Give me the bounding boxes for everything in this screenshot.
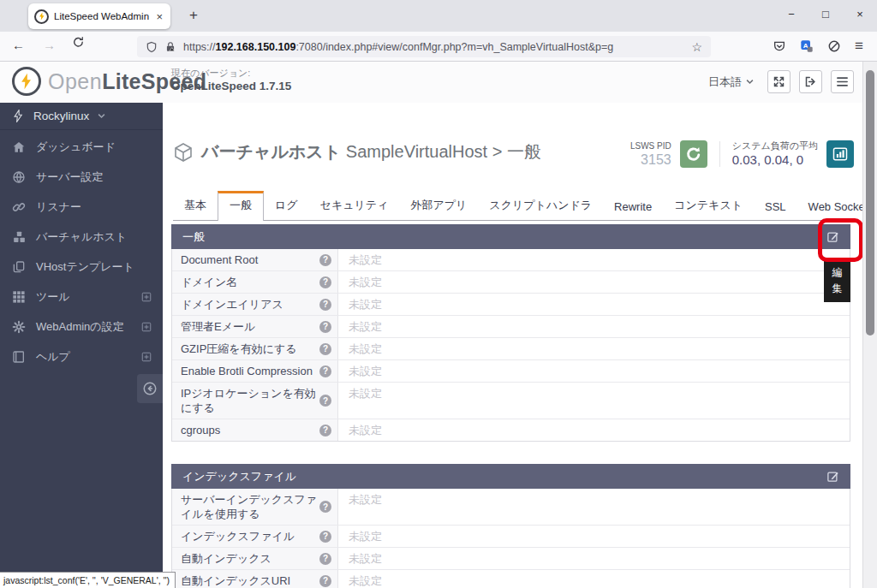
sidebar-host-dropdown[interactable]: Rockylinux [0,103,163,130]
maximize-button[interactable]: □ [808,0,843,28]
url-text[interactable]: https://192.168.150.109:7080/index.php#v… [183,41,684,53]
setting-value: 未設定 [337,271,850,293]
tab-一般[interactable]: 一般 [218,191,264,221]
sidebar-item[interactable]: VHostテンプレート [0,252,163,282]
help-icon[interactable]: ? [319,425,331,437]
tab-基本[interactable]: 基本 [173,192,218,220]
table-row: 自動インデックスURI?未設定 [172,570,850,588]
tab-SSL[interactable]: SSL [754,194,797,220]
lock-warning-icon[interactable] [164,41,176,53]
sidebar-item[interactable]: WebAdminの設定 [0,312,163,342]
edit-icon[interactable] [826,470,839,483]
help-icon[interactable]: ? [319,553,331,565]
shield-icon[interactable] [146,41,158,53]
copy-icon [11,260,27,274]
tab-Rewrite[interactable]: Rewrite [603,194,663,220]
setting-label: 自動インデックスURI? [172,570,337,588]
scrollbar-thumb[interactable] [866,70,874,336]
new-tab-button[interactable]: + [182,4,205,27]
setting-label: 自動インデックス? [172,548,337,569]
back-button[interactable]: ← [12,38,25,52]
version-block: 現在のバージョン: OpenLiteSpeed 1.7.15 [171,68,291,94]
help-icon[interactable]: ? [319,531,331,543]
minimize-button[interactable]: − [774,0,808,28]
setting-label: ドメイン名? [172,271,337,293]
table-title: 一般 [182,229,205,245]
logo-text-open: Open [48,69,102,93]
load-label: システム負荷の平均 [732,140,818,152]
url-host: 192.168.150.109 [216,41,296,53]
help-icon[interactable]: ? [319,321,331,333]
sidebar-collapse-button[interactable] [137,374,163,403]
help-icon[interactable]: ? [319,299,331,311]
pid-value: 3153 [630,151,671,168]
tab-ログ[interactable]: ログ [264,192,309,220]
sidebar-item[interactable]: サーバー設定 [0,162,163,192]
reload-button[interactable] [72,36,85,49]
table-header: 一般 [171,224,850,249]
setting-value: 未設定 [337,338,850,359]
bookmark-star-icon[interactable]: ☆ [691,40,702,54]
setting-value: 未設定 [337,316,850,337]
tab-コンテキスト[interactable]: コンテキスト [663,192,754,220]
expand-plus-icon[interactable] [141,322,152,332]
expand-plus-icon[interactable] [141,292,152,302]
cube-icon [173,142,194,163]
setting-label-text: サーバーインデックスファイルを使用する [181,493,317,520]
help-icon[interactable]: ? [319,501,331,513]
sidebar-item[interactable]: ダッシュボード [0,132,163,162]
sidebar-item-label: WebAdminの設定 [36,319,124,335]
pocket-icon[interactable] [773,39,786,53]
table-row: Enable Brotli Compression?未設定 [172,360,850,383]
load-value: 0.03, 0.04, 0 [732,152,818,169]
browser-menu-icon[interactable]: ≡ [855,38,863,55]
setting-value: 未設定 [337,419,850,441]
tab-外部アプリ[interactable]: 外部アプリ [399,192,478,220]
expand-plus-icon[interactable] [141,352,152,362]
help-icon[interactable]: ? [319,343,331,355]
browser-tab-bar: LiteSpeed WebAdmin Console × + − □ × [0,0,877,32]
restart-server-button[interactable] [680,140,707,168]
language-dropdown[interactable]: 日本語 [708,74,754,90]
fullscreen-button[interactable] [767,70,790,93]
help-icon[interactable]: ? [319,575,331,587]
sidebar-item[interactable]: ヘルプ [0,342,163,371]
toolbar-right-icons: A ≡ [773,35,863,57]
litespeed-bolt-icon [12,67,41,96]
globe-icon [11,170,27,184]
app-menu-button[interactable] [831,70,854,93]
setting-value: 未設定 [337,548,850,569]
translate-icon[interactable]: A [800,39,814,53]
setting-value: 未設定 [337,360,850,382]
setting-value: 未設定 [337,489,850,525]
sidebar-item[interactable]: ツール [0,282,163,312]
setting-label: 管理者Eメール? [172,316,337,337]
setting-label-text: 自動インデックス [181,552,271,565]
help-icon[interactable]: ? [319,395,331,407]
help-icon[interactable]: ? [319,276,331,288]
url-bar[interactable]: https://192.168.150.109:7080/index.php#v… [137,36,711,57]
book-icon [11,350,27,364]
forward-button[interactable]: → [43,38,56,52]
help-icon[interactable]: ? [319,365,331,377]
tab-Web Socket Proxy[interactable]: Web Socket Proxy [797,194,862,220]
sidebar-item[interactable]: リスナー [0,192,163,222]
close-button[interactable]: × [843,0,877,28]
tab-セキュリティ[interactable]: セキュリティ [309,192,400,220]
sidebar-item-label: ツール [36,289,70,305]
setting-label-text: Document Root [181,253,258,266]
table-row: cgroups?未設定 [172,419,850,442]
tab-close-icon[interactable]: × [154,10,164,23]
circle-arrow-left-icon [142,381,158,396]
tab-スクリプトハンドラ[interactable]: スクリプトハンドラ [478,192,603,220]
load-average-block: システム負荷の平均 0.03, 0.04, 0 [732,140,818,169]
sidebar-item[interactable]: バーチャルホスト [0,222,163,252]
block-icon[interactable] [827,39,841,53]
setting-label-text: ドメインエイリアス [181,298,283,311]
page-scrollbar[interactable] [862,62,877,588]
stats-chart-button[interactable] [826,140,854,168]
browser-tab[interactable]: LiteSpeed WebAdmin Console × [28,3,170,29]
logout-button[interactable] [799,70,822,93]
setting-label: インデックスファイル? [172,526,337,547]
help-icon[interactable]: ? [319,254,331,266]
